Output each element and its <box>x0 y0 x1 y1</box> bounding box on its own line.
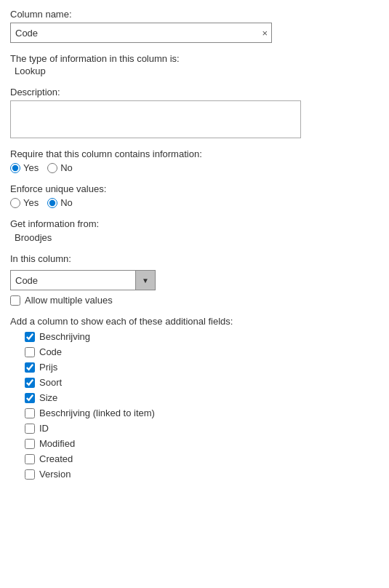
column-name-input-wrapper: × <box>10 23 272 43</box>
require-radio-group: Yes No <box>10 162 379 173</box>
additional-field-text-0: Beschrijving <box>39 331 90 342</box>
additional-field-label-7[interactable]: Modified <box>25 438 379 449</box>
additional-field-checkbox-4[interactable] <box>25 393 35 403</box>
additional-field-text-6: ID <box>39 423 49 434</box>
additional-fields-list: BeschrijvingCodePrijsSoortSizeBeschrijvi… <box>25 331 379 480</box>
additional-field-label-9[interactable]: Version <box>25 469 379 480</box>
unique-yes-label[interactable]: Yes <box>10 197 39 208</box>
additional-field-checkbox-7[interactable] <box>25 439 35 449</box>
allow-multiple-checkbox[interactable] <box>10 295 20 306</box>
additional-field-checkbox-5[interactable] <box>25 408 35 418</box>
additional-field-label-1[interactable]: Code <box>25 346 379 357</box>
require-yes-radio[interactable] <box>10 163 20 173</box>
allow-multiple-text: Allow multiple values <box>25 295 113 306</box>
type-label: The type of information in this column i… <box>10 53 379 64</box>
additional-field-text-7: Modified <box>39 438 75 449</box>
in-column-select[interactable]: Code Beschrijving Prijs Soort Size ID Mo… <box>10 270 156 290</box>
additional-field-label-3[interactable]: Soort <box>25 377 379 388</box>
unique-radio-group: Yes No <box>10 197 379 208</box>
additional-field-text-9: Version <box>39 469 71 480</box>
column-name-label: Column name: <box>10 9 379 20</box>
require-no-text: No <box>60 162 73 173</box>
description-label: Description: <box>10 87 379 98</box>
require-yes-label[interactable]: Yes <box>10 162 39 173</box>
additional-field-checkbox-2[interactable] <box>25 362 35 373</box>
additional-field-checkbox-0[interactable] <box>25 332 35 342</box>
clear-button[interactable]: × <box>260 28 269 38</box>
additional-field-checkbox-3[interactable] <box>25 378 35 388</box>
unique-no-label[interactable]: No <box>47 197 73 208</box>
additional-field-text-2: Prijs <box>39 362 57 373</box>
get-info-label: Get information from: <box>10 218 379 229</box>
additional-field-checkbox-6[interactable] <box>25 424 35 434</box>
unique-yes-text: Yes <box>23 197 39 208</box>
additional-field-label-2[interactable]: Prijs <box>25 362 379 373</box>
additional-field-text-3: Soort <box>39 377 62 388</box>
in-column-select-wrapper: Code Beschrijving Prijs Soort Size ID Mo… <box>10 270 156 290</box>
in-column-label: In this column: <box>10 253 379 264</box>
in-column-group: In this column: Code Beschrijving Prijs … <box>10 253 379 306</box>
additional-field-label-4[interactable]: Size <box>25 392 379 403</box>
additional-field-text-5: Beschrijving (linked to item) <box>39 408 155 418</box>
unique-no-radio[interactable] <box>47 198 57 208</box>
unique-yes-radio[interactable] <box>10 198 20 208</box>
additional-field-label-6[interactable]: ID <box>25 423 379 434</box>
unique-label: Enforce unique values: <box>10 183 379 194</box>
allow-multiple-label[interactable]: Allow multiple values <box>10 295 379 306</box>
additional-fields-label: Add a column to show each of these addit… <box>10 316 379 327</box>
unique-group: Enforce unique values: Yes No <box>10 183 379 208</box>
column-name-group: Column name: × <box>10 9 379 43</box>
description-group: Description: <box>10 87 379 138</box>
require-yes-text: Yes <box>23 162 39 173</box>
additional-field-text-1: Code <box>39 346 62 357</box>
description-textarea[interactable] <box>10 100 301 138</box>
get-info-value: Broodjes <box>15 232 379 243</box>
require-no-radio[interactable] <box>47 163 57 173</box>
additional-field-checkbox-8[interactable] <box>25 454 35 464</box>
additional-fields-section: Add a column to show each of these addit… <box>10 316 379 480</box>
additional-field-label-8[interactable]: Created <box>25 453 379 464</box>
column-name-input[interactable] <box>10 23 272 43</box>
additional-field-text-4: Size <box>39 392 57 403</box>
require-label: Require that this column contains inform… <box>10 148 379 159</box>
get-info-group: Get information from: Broodjes <box>10 218 379 243</box>
unique-no-text: No <box>60 197 73 208</box>
additional-field-checkbox-9[interactable] <box>25 469 35 480</box>
additional-field-text-8: Created <box>39 453 73 464</box>
require-group: Require that this column contains inform… <box>10 148 379 173</box>
additional-field-checkbox-1[interactable] <box>25 347 35 357</box>
type-value: Lookup <box>15 65 379 76</box>
type-info-group: The type of information in this column i… <box>10 53 379 76</box>
additional-field-label-5[interactable]: Beschrijving (linked to item) <box>25 408 379 418</box>
require-no-label[interactable]: No <box>47 162 73 173</box>
additional-field-label-0[interactable]: Beschrijving <box>25 331 379 342</box>
